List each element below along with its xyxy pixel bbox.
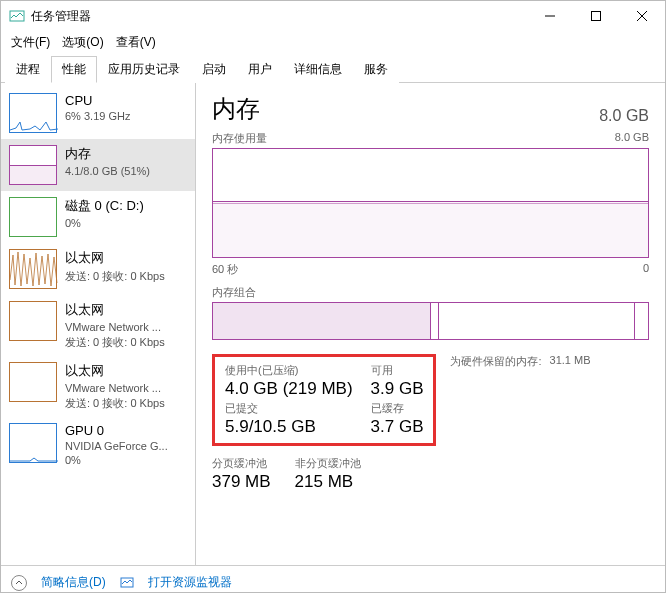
sidebar-item-ethernet-3[interactable]: 以太网 VMware Network ... 发送: 0 接收: 0 Kbps [1, 356, 195, 417]
ethernet3-mini-chart [9, 362, 57, 402]
nonpaged-label: 非分页缓冲池 [295, 456, 361, 471]
open-resmon-link[interactable]: 打开资源监视器 [148, 574, 232, 591]
ethernet-mini-chart [9, 249, 57, 289]
menu-view[interactable]: 查看(V) [110, 32, 162, 53]
highlighted-stats: 使用中(已压缩) 4.0 GB (219 MB) 可用 3.9 GB 已提交 5… [212, 354, 436, 446]
axis-right: 0 [643, 262, 649, 277]
svg-rect-2 [592, 12, 601, 21]
disk-mini-chart [9, 197, 57, 237]
tab-services[interactable]: 服务 [353, 56, 399, 83]
sidebar-eth3-sub: VMware Network ... [65, 382, 165, 394]
tab-processes[interactable]: 进程 [5, 56, 51, 83]
reserved-label: 为硬件保留的内存: [450, 354, 541, 369]
close-button[interactable] [619, 1, 665, 31]
axis-left: 60 秒 [212, 262, 238, 277]
gpu-mini-chart [9, 423, 57, 463]
sidebar-disk-title: 磁盘 0 (C: D:) [65, 197, 144, 215]
tab-app-history[interactable]: 应用历史记录 [97, 56, 191, 83]
sidebar-item-disk[interactable]: 磁盘 0 (C: D:) 0% [1, 191, 195, 243]
sidebar-gpu-title: GPU 0 [65, 423, 168, 438]
sidebar-gpu-sub: NVIDIA GeForce G... [65, 440, 168, 452]
memory-mini-chart [9, 145, 57, 185]
memory-usage-chart[interactable] [212, 148, 649, 258]
tab-users[interactable]: 用户 [237, 56, 283, 83]
ethernet2-mini-chart [9, 301, 57, 341]
sidebar-item-ethernet[interactable]: 以太网 发送: 0 接收: 0 Kbps [1, 243, 195, 295]
sidebar-eth3-sub2: 发送: 0 接收: 0 Kbps [65, 396, 165, 411]
usage-label: 内存使用量 [212, 131, 267, 146]
sidebar-item-memory[interactable]: 内存 4.1/8.0 GB (51%) [1, 139, 195, 191]
memory-composition-chart[interactable] [212, 302, 649, 340]
paged-row: 分页缓冲池 379 MB 非分页缓冲池 215 MB [212, 456, 649, 492]
sidebar-memory-sub: 4.1/8.0 GB (51%) [65, 165, 150, 177]
paged-value: 379 MB [212, 472, 271, 492]
tab-startup[interactable]: 启动 [191, 56, 237, 83]
sidebar-cpu-title: CPU [65, 93, 130, 108]
resmon-icon [120, 576, 134, 590]
sidebar-disk-sub: 0% [65, 217, 144, 229]
paged-label: 分页缓冲池 [212, 456, 271, 471]
minimize-button[interactable] [527, 1, 573, 31]
cpu-mini-chart [9, 93, 57, 133]
available-value: 3.9 GB [371, 379, 424, 399]
committed-value: 5.9/10.5 GB [225, 417, 353, 437]
footer: 简略信息(D) 打开资源监视器 [1, 565, 665, 593]
maximize-button[interactable] [573, 1, 619, 31]
sidebar-item-cpu[interactable]: CPU 6% 3.19 GHz [1, 87, 195, 139]
sidebar-eth2-title: 以太网 [65, 301, 165, 319]
detail-total: 8.0 GB [599, 107, 649, 125]
content-area: CPU 6% 3.19 GHz 内存 4.1/8.0 GB (51%) 磁盘 0… [1, 83, 665, 565]
tab-details[interactable]: 详细信息 [283, 56, 353, 83]
sidebar-eth2-sub: VMware Network ... [65, 321, 165, 333]
in-use-value: 4.0 GB (219 MB) [225, 379, 353, 399]
menu-file[interactable]: 文件(F) [5, 32, 56, 53]
menubar: 文件(F) 选项(O) 查看(V) [1, 31, 665, 53]
detail-pane: 内存 8.0 GB 内存使用量 8.0 GB 60 秒 0 内存组合 使用中(已… [196, 83, 665, 565]
composition-label: 内存组合 [212, 285, 649, 300]
performance-sidebar: CPU 6% 3.19 GHz 内存 4.1/8.0 GB (51%) 磁盘 0… [1, 83, 196, 565]
stats-row: 使用中(已压缩) 4.0 GB (219 MB) 可用 3.9 GB 已提交 5… [212, 354, 649, 446]
sidebar-memory-title: 内存 [65, 145, 150, 163]
tab-bar: 进程 性能 应用历史记录 启动 用户 详细信息 服务 [1, 55, 665, 83]
fewer-details-link[interactable]: 简略信息(D) [41, 574, 106, 591]
nonpaged-value: 215 MB [295, 472, 361, 492]
reserved-stats: 为硬件保留的内存: 31.1 MB [450, 354, 590, 446]
taskmgr-icon [9, 8, 25, 24]
in-use-label: 使用中(已压缩) [225, 363, 353, 378]
sidebar-eth-title: 以太网 [65, 249, 165, 267]
committed-label: 已提交 [225, 401, 353, 416]
detail-title: 内存 [212, 93, 260, 125]
titlebar: 任务管理器 [1, 1, 665, 31]
window-title: 任务管理器 [31, 8, 527, 25]
sidebar-eth3-title: 以太网 [65, 362, 165, 380]
sidebar-item-gpu[interactable]: GPU 0 NVIDIA GeForce G... 0% [1, 417, 195, 472]
window-controls [527, 1, 665, 31]
menu-options[interactable]: 选项(O) [56, 32, 109, 53]
sidebar-eth-sub: 发送: 0 接收: 0 Kbps [65, 269, 165, 284]
sidebar-gpu-sub2: 0% [65, 454, 168, 466]
sidebar-cpu-sub: 6% 3.19 GHz [65, 110, 130, 122]
chevron-up-icon[interactable] [11, 575, 27, 591]
available-label: 可用 [371, 363, 424, 378]
reserved-value: 31.1 MB [550, 354, 591, 369]
cached-label: 已缓存 [371, 401, 424, 416]
tab-performance[interactable]: 性能 [51, 56, 97, 83]
cached-value: 3.7 GB [371, 417, 424, 437]
usage-max: 8.0 GB [615, 131, 649, 146]
sidebar-item-ethernet-2[interactable]: 以太网 VMware Network ... 发送: 0 接收: 0 Kbps [1, 295, 195, 356]
sidebar-eth2-sub2: 发送: 0 接收: 0 Kbps [65, 335, 165, 350]
